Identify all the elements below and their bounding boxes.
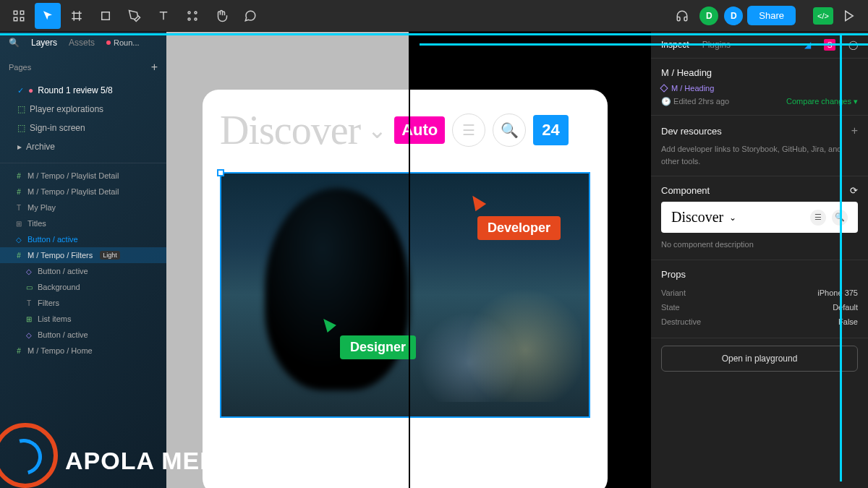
dev-resources-title: Dev resources: [661, 126, 722, 137]
add-resource-button[interactable]: +: [851, 124, 858, 137]
page-item[interactable]: ▸Archive: [0, 137, 166, 156]
menu-button[interactable]: [6, 3, 32, 29]
dev-mode-badge[interactable]: </>: [813, 7, 833, 25]
layers-tab[interactable]: Layers: [31, 38, 57, 48]
user-avatar-2[interactable]: D: [724, 7, 743, 25]
split-divider: [409, 32, 410, 488]
frame-tool[interactable]: [64, 3, 90, 29]
overlay-line: [840, 33, 842, 481]
move-tool[interactable]: [35, 3, 61, 29]
prop-row: DestructiveFalse: [661, 314, 858, 329]
canvas[interactable]: Discover ⌄ Auto ☰ 🔍 24 Designer Develope…: [166, 32, 651, 488]
layer-item[interactable]: ⊞Titles: [0, 215, 166, 231]
selection-handle[interactable]: [217, 169, 224, 176]
overlay-line: [0, 33, 868, 35]
layer-item[interactable]: ◇Button / active: [0, 231, 166, 247]
heading-title: M / Heading: [661, 67, 858, 78]
layer-item[interactable]: #M / Tempo / Playlist Detail: [0, 168, 166, 184]
filter-icon[interactable]: ☰: [452, 114, 485, 147]
text-tool[interactable]: [150, 3, 176, 29]
add-page-button[interactable]: +: [151, 61, 158, 74]
layer-item[interactable]: ⊞List items: [0, 311, 166, 327]
svg-point-5: [188, 12, 190, 14]
svg-rect-0: [14, 11, 17, 14]
search-icon[interactable]: 🔍: [493, 114, 526, 147]
present-button[interactable]: [836, 3, 862, 29]
page-item[interactable]: ✓●Round 1 review 5/8: [0, 81, 166, 100]
designer-cursor-label: Designer: [340, 335, 416, 359]
component-preview: Discover⌄ ☰ 🔍: [661, 202, 858, 233]
layer-item[interactable]: #M / Tempo / Home: [0, 343, 166, 359]
layer-item[interactable]: #M / Tempo / Playlist Detail: [0, 184, 166, 200]
compare-changes-link[interactable]: Compare changes ▾: [786, 97, 858, 106]
no-description-text: No component description: [661, 239, 858, 251]
chevron-down-icon[interactable]: ⌄: [367, 116, 387, 144]
props-title: Props: [661, 269, 858, 280]
svg-rect-1: [20, 11, 24, 14]
audio-icon[interactable]: [669, 3, 695, 29]
overlay-line: [420, 43, 868, 46]
layer-item[interactable]: ◇Button / active: [0, 263, 166, 279]
svg-point-7: [188, 18, 190, 20]
developer-cursor-label: Developer: [477, 216, 561, 240]
dev-resources-desc: Add developer links to Storybook, GitHub…: [661, 143, 858, 167]
layer-item[interactable]: ▭Background: [0, 279, 166, 295]
edited-text: 🕑 Edited 2hrs ago: [661, 97, 729, 106]
layer-item[interactable]: TMy Play: [0, 200, 166, 215]
share-button[interactable]: Share: [747, 6, 796, 25]
auto-badge: Auto: [394, 116, 445, 144]
discover-heading: Discover: [220, 107, 360, 153]
svg-rect-3: [20, 17, 24, 21]
count-badge: 24: [533, 115, 568, 145]
refresh-icon[interactable]: ⟳: [850, 185, 858, 196]
svg-rect-2: [14, 17, 17, 21]
watermark-text: APOLA MEDIA: [65, 447, 244, 475]
component-breadcrumb[interactable]: M / Heading: [661, 84, 858, 93]
user-avatar-1[interactable]: D: [699, 7, 718, 25]
top-toolbar: D D Share </>: [0, 0, 868, 32]
resources-tool[interactable]: [179, 3, 205, 29]
assets-tab[interactable]: Assets: [69, 38, 95, 48]
artboard[interactable]: Discover ⌄ Auto ☰ 🔍 24: [203, 90, 608, 488]
right-panel: Inspect Plugins ◢ S ◯ M / Heading M / He…: [651, 32, 868, 488]
prop-row: VariantiPhone 375: [661, 286, 858, 300]
layer-item[interactable]: TFilters: [0, 295, 166, 311]
search-icon[interactable]: 🔍: [9, 38, 20, 48]
layer-item-selected[interactable]: #M / Tempo / FiltersLight: [0, 247, 166, 263]
open-playground-button[interactable]: Open in playground: [661, 346, 858, 372]
svg-point-8: [195, 18, 197, 20]
hand-tool[interactable]: [208, 3, 234, 29]
round-indicator[interactable]: Roun...: [106, 38, 139, 47]
page-item[interactable]: ⬚Player explorations: [0, 100, 166, 119]
svg-point-6: [195, 12, 197, 14]
prop-row: StateDefault: [661, 300, 858, 314]
svg-rect-4: [102, 12, 110, 20]
svg-marker-9: [846, 11, 854, 21]
pages-label: Pages: [9, 63, 31, 72]
comment-tool[interactable]: [237, 3, 263, 29]
page-item[interactable]: ⬚Sign-in screen: [0, 119, 166, 137]
hero-image-selected[interactable]: [220, 172, 590, 418]
shape-tool[interactable]: [93, 3, 119, 29]
filter-icon: ☰: [810, 210, 826, 226]
left-panel: 🔍 Layers Assets Roun... Pages + ✓●Round …: [0, 32, 166, 488]
layer-item[interactable]: ◇Button / active: [0, 327, 166, 343]
pen-tool[interactable]: [122, 3, 148, 29]
component-section-title: Component: [661, 185, 710, 196]
